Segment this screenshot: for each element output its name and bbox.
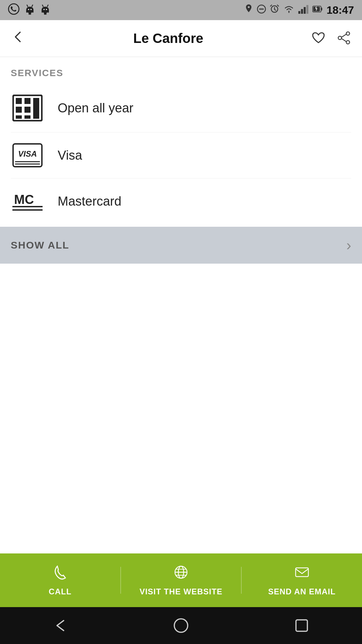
svg-rect-9 xyxy=(30,12,31,14)
visa-label: Visa xyxy=(58,148,82,163)
svg-rect-39 xyxy=(24,98,31,104)
visit-website-button[interactable]: VISIT THE WEBSITE xyxy=(121,553,241,607)
android-icon-2 xyxy=(40,3,50,17)
visa-icon: VISA xyxy=(11,143,44,167)
call-button[interactable]: CALL xyxy=(0,553,120,607)
status-bar: 18:47 xyxy=(0,0,362,20)
open-all-year-label: Open all year xyxy=(58,101,133,115)
nav-bar xyxy=(0,607,362,644)
page-title: Le Canfore xyxy=(133,31,203,46)
nav-back-button[interactable] xyxy=(47,612,74,639)
show-all-label: SHOW ALL xyxy=(11,239,69,251)
svg-point-2 xyxy=(28,9,29,10)
globe-icon xyxy=(173,565,189,584)
svg-point-99 xyxy=(174,619,188,632)
service-item-open-all-year: Open all year xyxy=(11,84,351,132)
svg-rect-15 xyxy=(42,10,43,13)
svg-rect-38 xyxy=(16,98,22,104)
svg-rect-6 xyxy=(26,10,27,13)
svg-rect-41 xyxy=(16,107,22,113)
svg-rect-44 xyxy=(16,115,22,119)
svg-rect-20 xyxy=(259,8,264,9)
mastercard-icon: MC xyxy=(11,189,44,213)
wifi-icon xyxy=(283,4,295,16)
whatsapp-icon xyxy=(8,3,19,17)
show-all-arrow-icon: › xyxy=(346,237,351,254)
map-container[interactable]: GRA GRA GRA GRA A12 SS1 A24 A1 Roma Roma… xyxy=(0,264,362,553)
status-bar-right: 18:47 xyxy=(244,3,354,17)
service-item-mastercard: MC Mastercard xyxy=(11,178,351,224)
phone-icon xyxy=(52,565,68,584)
status-bar-left xyxy=(8,3,50,17)
svg-rect-42 xyxy=(24,107,31,113)
svg-rect-27 xyxy=(321,7,322,10)
top-bar: Le Canfore xyxy=(0,20,362,57)
services-section-label: SERVICES xyxy=(0,57,362,84)
services-list: Open all year VISA Visa MC Mastercard xyxy=(0,84,362,224)
svg-line-13 xyxy=(43,5,43,6)
svg-rect-98 xyxy=(296,568,308,577)
open-all-year-icon xyxy=(11,95,44,121)
svg-rect-25 xyxy=(306,5,308,14)
alarm-icon xyxy=(269,3,280,17)
svg-line-36 xyxy=(342,39,346,42)
svg-rect-100 xyxy=(296,620,307,631)
show-all-button[interactable]: SHOW ALL › xyxy=(0,227,362,264)
send-email-button[interactable]: SEND AN EMAIL xyxy=(242,553,362,607)
svg-rect-18 xyxy=(45,12,47,14)
svg-line-4 xyxy=(27,5,28,6)
minus-icon xyxy=(257,4,266,16)
svg-text:MC: MC xyxy=(14,193,34,207)
back-button[interactable] xyxy=(11,30,25,48)
call-label: CALL xyxy=(49,587,71,596)
svg-rect-23 xyxy=(301,9,303,14)
signal-icon xyxy=(298,4,309,16)
svg-rect-8 xyxy=(28,12,30,14)
send-email-label: SEND AN EMAIL xyxy=(268,587,336,596)
bottom-action-bar: CALL VISIT THE WEBSITE SEND AN EMAIL xyxy=(0,553,362,607)
svg-point-34 xyxy=(338,36,342,40)
nav-home-button[interactable] xyxy=(168,612,194,639)
svg-point-33 xyxy=(346,41,350,44)
svg-point-0 xyxy=(8,4,19,14)
svg-point-11 xyxy=(44,9,45,10)
svg-rect-45 xyxy=(24,115,31,119)
svg-point-32 xyxy=(346,32,350,35)
mastercard-label: Mastercard xyxy=(58,194,121,209)
svg-rect-22 xyxy=(298,11,300,14)
svg-point-12 xyxy=(46,9,47,10)
svg-text:VISA: VISA xyxy=(18,149,37,158)
svg-line-5 xyxy=(32,5,33,6)
share-button[interactable] xyxy=(337,31,351,46)
status-time: 18:47 xyxy=(326,4,354,16)
top-bar-icons xyxy=(311,31,351,46)
email-icon xyxy=(294,565,310,584)
nav-recent-button[interactable] xyxy=(288,612,315,639)
svg-line-14 xyxy=(47,5,48,6)
svg-rect-16 xyxy=(48,10,49,13)
svg-line-35 xyxy=(342,34,346,37)
svg-point-3 xyxy=(31,9,32,10)
favorite-button[interactable] xyxy=(311,31,326,46)
visit-website-label: VISIT THE WEBSITE xyxy=(139,587,223,596)
svg-rect-46 xyxy=(33,98,39,119)
battery-icon xyxy=(312,4,323,16)
location-icon xyxy=(244,3,253,17)
service-item-visa: VISA Visa xyxy=(11,132,351,178)
android-icon-1 xyxy=(25,3,35,17)
svg-rect-17 xyxy=(44,12,45,14)
svg-rect-24 xyxy=(304,7,306,14)
svg-rect-7 xyxy=(32,10,34,13)
